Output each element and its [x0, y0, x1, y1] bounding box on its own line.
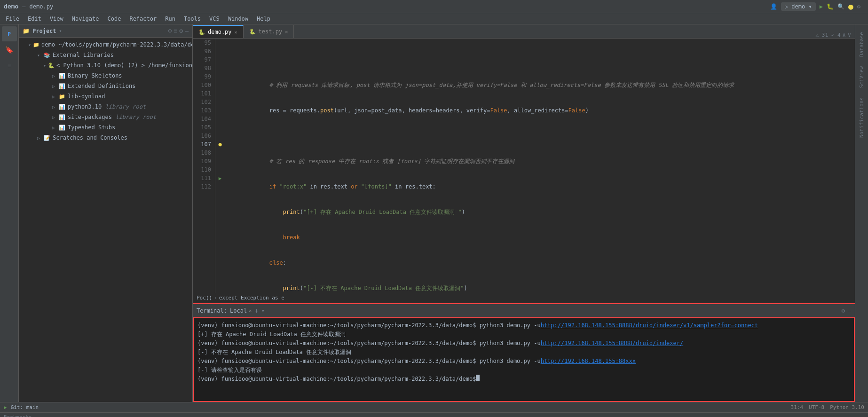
ln-101: 101: [195, 89, 211, 98]
run-button[interactable]: ▶: [820, 3, 823, 10]
python310-icon: 🐍: [48, 62, 55, 69]
menu-tools[interactable]: Tools: [180, 15, 205, 23]
term-cursor: [476, 375, 480, 381]
menu-vcs[interactable]: VCS: [205, 15, 223, 23]
tree-arrow-binary: ▷: [51, 73, 56, 79]
title-controls: 👤 ▷ demo ▾ ▶ 🐛 🔍 ● ⚙: [770, 1, 860, 11]
term-link-1[interactable]: http://192.168.148.155:8888/druid/indexe…: [541, 321, 758, 330]
tree-item-typeshed[interactable]: ▷ 📊 Typeshed Stubs: [19, 122, 192, 133]
ln-103: 103: [195, 106, 211, 115]
menu-edit[interactable]: Edit: [24, 15, 45, 23]
terminal-dropdown[interactable]: ▾: [261, 307, 265, 314]
terminal-settings[interactable]: ⚙: [842, 307, 845, 314]
terminal-tab-local[interactable]: Local ✕: [230, 307, 252, 314]
tree-item-scratches[interactable]: ▷ 📝 Scratches and Consoles: [19, 133, 192, 143]
settings-button[interactable]: ⚙: [857, 3, 860, 10]
term-link-3[interactable]: http://192.168.148.155:88xxx: [541, 357, 636, 366]
demo-folder-icon: 📁: [33, 41, 39, 48]
tree-label-binary: Binary Skeletons: [68, 72, 122, 79]
user-icon[interactable]: 👤: [770, 3, 777, 10]
tab-demo-py[interactable]: 🐍 demo.py ✕: [193, 25, 244, 38]
menu-code[interactable]: Code: [104, 15, 125, 23]
avatar-button[interactable]: ●: [848, 1, 853, 11]
tree-label-python310: < Python 3.10 (demo) (2) > /home/funsioo…: [56, 62, 192, 69]
tree-item-python310[interactable]: ▾ 🐍 < Python 3.10 (demo) (2) > /home/fun…: [19, 60, 192, 71]
site-packages-icon: 📊: [58, 113, 66, 121]
database-icon[interactable]: Database: [858, 28, 866, 61]
tab-close-demo-py[interactable]: ✕: [235, 30, 237, 35]
panel-icon-sync[interactable]: ⊙: [168, 27, 172, 34]
editor-main: 95 96 97 98 99 100 101 102 103 104 105 1…: [193, 39, 855, 402]
code-line-103: else:: [229, 259, 851, 267]
breadcrumb-separator: ›: [214, 295, 217, 301]
code-line-100: if "root:x" in res.text or "[fonts]" in …: [229, 182, 851, 191]
scview-icon[interactable]: SciView: [858, 63, 866, 92]
tab-close-test-py[interactable]: ✕: [285, 29, 288, 34]
debug-button[interactable]: 🐛: [827, 3, 834, 10]
ln-96: 96: [195, 47, 211, 55]
menu-refactor[interactable]: Refactor: [126, 15, 160, 23]
tab-test-py[interactable]: 🐍 test.py ✕: [244, 25, 294, 38]
structure-icon[interactable]: ≡: [2, 58, 17, 73]
search-button[interactable]: 🔍: [837, 3, 844, 10]
terminal-content[interactable]: (venv) funsiooo@ubuntu-virtual-machine:~…: [193, 317, 855, 402]
ln-112: 112: [195, 182, 211, 191]
line-numbers: 95 96 97 98 99 100 101 102 103 104 105 1…: [193, 39, 215, 293]
tree-item-binary-skeletons[interactable]: ▷ 📊 Binary Skeletons: [19, 71, 192, 81]
term-prompt-1: (venv) funsiooo@ubuntu-virtual-machine:~…: [197, 321, 541, 330]
ln-105: 105: [195, 123, 211, 132]
code-line-99: # 若 res 的 response 中存在 root:x 或者 [fonts]…: [229, 157, 851, 165]
tree-label-ext-def: Extended Definitions: [68, 83, 136, 89]
project-panel: 📁 Project ▾ ⊙ ≡ ⚙ — ▾ 📁 demo ~/tools/pyc…: [19, 24, 193, 402]
run-dropdown[interactable]: ▷ demo ▾: [781, 2, 816, 11]
tree-item-python310-lib[interactable]: ▷ 📊 python3.10 library root: [19, 102, 192, 112]
tree-arrow-demo: ▾: [28, 42, 31, 47]
status-left: ▶: [4, 404, 7, 410]
status-right: 31:4 UTF-8 Python 3.10: [791, 404, 864, 410]
ln-95: 95: [195, 39, 211, 47]
ln-108: 108: [195, 149, 211, 157]
status-python: Python 3.10: [830, 404, 864, 410]
terminal-add-tab[interactable]: +: [254, 307, 258, 315]
menu-window[interactable]: Window: [224, 15, 252, 23]
terminal-hide[interactable]: —: [848, 307, 851, 314]
term-output-3: [-] 请检查输入是否有误: [197, 366, 262, 375]
ln-106: 106: [195, 132, 211, 140]
breadcrumb-poc: Poc(): [197, 295, 212, 301]
tab-label-test-py: test.py: [259, 28, 283, 35]
panel-icon-collapse[interactable]: ≡: [174, 27, 178, 34]
panel-arrow: ▾: [59, 28, 62, 33]
code-line-96: # 利用 requests 库请求目标, post 请求格式为 json=pos…: [229, 81, 851, 89]
scroll-down[interactable]: ∨: [848, 31, 851, 38]
tree-arrow-python310: ▾: [43, 63, 46, 68]
scratches-icon: 📝: [43, 134, 51, 142]
bookmarks-label[interactable]: Bookmarks: [4, 414, 32, 417]
ln-104: 104: [195, 115, 211, 123]
menu-view[interactable]: View: [46, 15, 67, 23]
menu-navigate[interactable]: Navigate: [68, 15, 103, 23]
project-sidebar-icon[interactable]: P: [2, 26, 17, 41]
terminal-line-2: [+] 存在 Apache Druid LoadData 任意文件读取漏洞: [197, 330, 850, 339]
editor-area: 🐍 demo.py ✕ 🐍 test.py ✕ ⚠ 31 ✓ 4 ∧ ∨ 95: [193, 24, 855, 402]
tree-item-lib-dynload[interactable]: ▷ 📁 lib-dynload: [19, 91, 192, 102]
tree-item-demo[interactable]: ▾ 📁 demo ~/tools/pycharm/pycharm-2022.3.…: [19, 39, 192, 50]
panel-icon-options[interactable]: ⚙: [179, 27, 183, 34]
term-link-2[interactable]: http://192.168.148.155:8888/druid/indexe…: [541, 339, 683, 348]
ext-def-icon: 📊: [58, 82, 66, 90]
python-file-icon: 🐍: [198, 29, 205, 35]
bookmarks-icon[interactable]: 🔖: [2, 42, 17, 57]
menu-run[interactable]: Run: [161, 15, 179, 23]
notifications-icon[interactable]: Notifications: [858, 94, 866, 142]
ln-99: 99: [195, 72, 211, 81]
tree-item-site-packages[interactable]: ▷ 📊 site-packages library root: [19, 112, 192, 122]
terminal-tab-close[interactable]: ✕: [249, 308, 252, 313]
scroll-up[interactable]: ∧: [843, 31, 846, 38]
tree-item-extended-definitions[interactable]: ▷ 📊 Extended Definitions: [19, 81, 192, 91]
menu-file[interactable]: File: [2, 15, 23, 23]
tree-item-external-libraries[interactable]: ▾ 📚 External Libraries: [19, 50, 192, 60]
terminal-line-1: (venv) funsiooo@ubuntu-virtual-machine:~…: [197, 321, 850, 330]
panel-icon-hide[interactable]: —: [185, 27, 189, 34]
terminal-local-label: Local: [230, 307, 247, 314]
menu-help[interactable]: Help: [253, 15, 274, 23]
main-layout: P 🔖 ≡ 📁 Project ▾ ⊙ ≡ ⚙ — ▾ 📁 demo ~/too…: [0, 24, 868, 402]
